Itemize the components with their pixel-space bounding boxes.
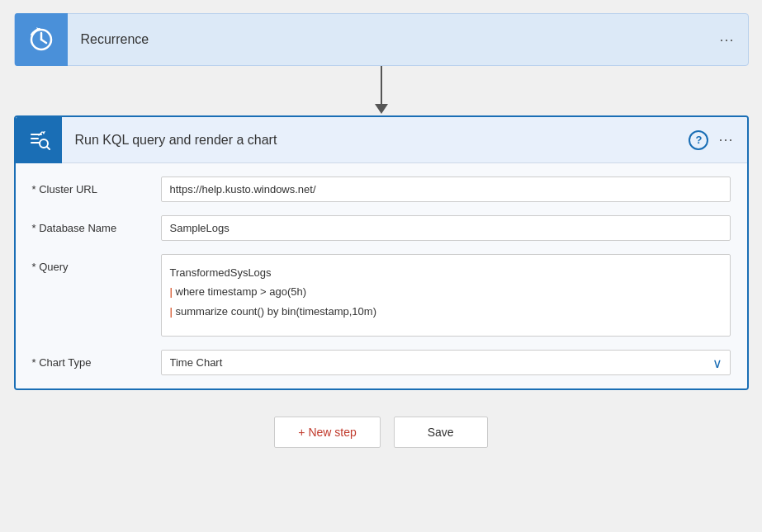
query-row: * Query TransformedSysLogs | where times… (32, 254, 731, 337)
kql-card-header: Run KQL query and render a chart ? ··· (16, 117, 747, 163)
svg-rect-5 (31, 138, 39, 139)
query-line-1: TransformedSysLogs (170, 263, 722, 282)
cluster-url-label: * Cluster URL (32, 177, 148, 195)
kql-icon-wrapper (16, 117, 62, 163)
new-step-button[interactable]: + New step (274, 417, 380, 448)
query-line-3: | summarize count() by bin(timestamp,10m… (170, 302, 722, 321)
kusto-icon (27, 129, 50, 152)
database-name-row: * Database Name (32, 215, 731, 241)
kql-menu-button[interactable]: ··· (718, 131, 733, 148)
database-name-label: * Database Name (32, 215, 148, 234)
query-line-2: | where timestamp > ago(5h) (170, 282, 722, 301)
cluster-url-input[interactable] (161, 177, 731, 202)
query-input[interactable]: TransformedSysLogs | where timestamp > a… (161, 254, 731, 337)
recurrence-menu-button[interactable]: ··· (706, 31, 747, 49)
chart-type-select-wrapper: Time Chart ∨ (161, 350, 731, 375)
cluster-url-row: * Cluster URL (32, 177, 731, 202)
recurrence-card: Recurrence ··· (14, 13, 749, 66)
chart-type-row: * Chart Type Time Chart ∨ (32, 350, 731, 375)
kql-card-body: * Cluster URL * Database Name * Query Tr… (16, 163, 747, 388)
bottom-actions: + New step Save (274, 417, 487, 448)
kql-card-actions: ? ··· (675, 130, 746, 150)
database-name-input[interactable] (161, 215, 731, 241)
svg-line-2 (41, 40, 46, 43)
query-label: * Query (32, 254, 148, 273)
clock-icon (28, 26, 54, 53)
recurrence-icon-wrapper (15, 13, 68, 66)
help-button[interactable]: ? (689, 130, 708, 150)
chart-type-label: * Chart Type (32, 350, 148, 369)
kql-card: Run KQL query and render a chart ? ··· *… (14, 115, 749, 390)
flow-arrow (375, 66, 388, 115)
svg-line-8 (47, 147, 50, 149)
recurrence-title: Recurrence (68, 32, 707, 47)
chart-type-select[interactable]: Time Chart (161, 350, 731, 375)
save-button[interactable]: Save (394, 417, 488, 448)
kql-card-title: Run KQL query and render a chart (62, 133, 676, 148)
